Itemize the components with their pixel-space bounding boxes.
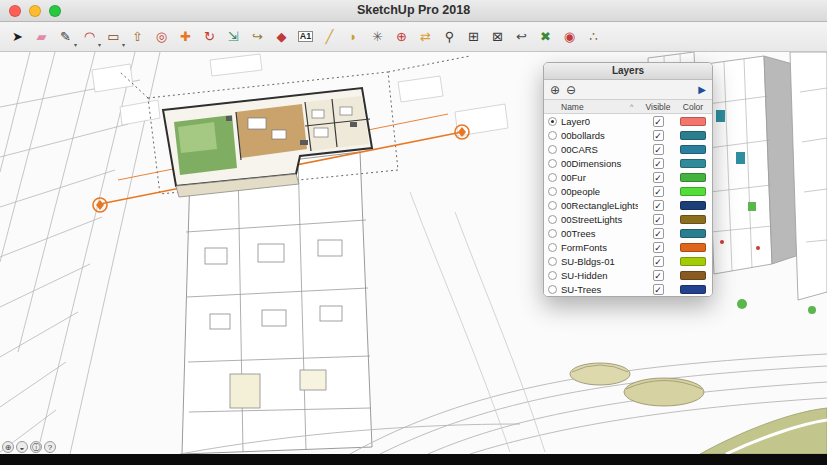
line-tool[interactable]: ✎▾	[54, 25, 77, 49]
layers-panel-titlebar[interactable]: Layers	[544, 63, 712, 80]
visible-checkbox[interactable]: ✓	[653, 200, 664, 211]
look-around-tool[interactable]: ◉	[558, 25, 581, 49]
layer-color-cell	[678, 243, 708, 252]
tape-measure-tool[interactable]: ╱	[318, 25, 341, 49]
move-tool[interactable]: ✚	[174, 25, 197, 49]
eraser-tool[interactable]: ▰	[30, 25, 53, 49]
visible-checkbox[interactable]: ✓	[653, 270, 664, 281]
visible-checkbox[interactable]: ✓	[653, 214, 664, 225]
layer-radio[interactable]	[548, 271, 557, 280]
add-layer-button[interactable]: ⊕	[550, 84, 560, 96]
visible-checkbox[interactable]: ✓	[653, 172, 664, 183]
arc-tool[interactable]: ◠▾	[78, 25, 101, 49]
layer-color-swatch[interactable]	[680, 243, 706, 252]
layer-color-swatch[interactable]	[680, 215, 706, 224]
scale-tool[interactable]: ⇲	[222, 25, 245, 49]
rotate-tool[interactable]: ↻	[198, 25, 221, 49]
zoom-extents-tool[interactable]: ⊠	[486, 25, 509, 49]
layer-radio[interactable]	[548, 145, 557, 154]
layer-radio[interactable]	[548, 201, 557, 210]
layer-row-00StreetLights[interactable]: 00StreetLights✓	[544, 212, 712, 226]
layer-row-Layer0[interactable]: Layer0✓	[544, 114, 712, 128]
line-dropdown-caret-icon[interactable]: ▾	[74, 41, 77, 48]
visible-checkbox[interactable]: ✓	[653, 144, 664, 155]
visible-checkbox[interactable]: ✓	[653, 284, 664, 295]
layer-row-SU-Bldgs-01[interactable]: SU-Bldgs-01✓	[544, 254, 712, 268]
follow-me-tool[interactable]: ↪	[246, 25, 269, 49]
layer-radio[interactable]	[548, 187, 557, 196]
layer-color-swatch[interactable]	[680, 159, 706, 168]
zoom-button[interactable]	[49, 5, 61, 17]
visible-checkbox[interactable]: ✓	[653, 130, 664, 141]
layer-color-swatch[interactable]	[680, 117, 706, 126]
text-tool[interactable]: A1	[294, 25, 317, 49]
geolocation-icon[interactable]: ⊕	[2, 441, 14, 453]
zoom-tool[interactable]: ⚲	[438, 25, 461, 49]
offset-tool[interactable]: ◎	[150, 25, 173, 49]
active-layer-radio[interactable]	[548, 117, 557, 126]
layer-radio[interactable]	[548, 173, 557, 182]
layer-color-swatch[interactable]	[680, 201, 706, 210]
remove-layer-button[interactable]: ⊖	[566, 84, 576, 96]
layer-row-00Fur[interactable]: 00Fur✓	[544, 170, 712, 184]
layer-color-swatch[interactable]	[680, 187, 706, 196]
layer-radio[interactable]	[548, 243, 557, 252]
rectangle-tool[interactable]: ▭▾	[102, 25, 125, 49]
layer-radio[interactable]	[548, 131, 557, 140]
layer-row-00CARS[interactable]: 00CARS✓	[544, 142, 712, 156]
arc-dropdown-caret-icon[interactable]: ▾	[98, 41, 101, 48]
layer-row-SU-Trees[interactable]: SU-Trees✓	[544, 282, 712, 296]
zoom-window-tool[interactable]: ⊞	[462, 25, 485, 49]
layer-color-cell	[678, 159, 708, 168]
layer-radio[interactable]	[548, 257, 557, 266]
visible-checkbox[interactable]: ✓	[653, 116, 664, 127]
text-icon: A1	[298, 31, 314, 42]
close-button[interactable]	[9, 5, 21, 17]
axes-tool[interactable]: ✳	[366, 25, 389, 49]
column-name[interactable]: Name	[561, 102, 630, 112]
protractor-tool[interactable]: ◗	[342, 25, 365, 49]
visible-checkbox[interactable]: ✓	[653, 228, 664, 239]
layer-color-swatch[interactable]	[680, 131, 706, 140]
column-color[interactable]: Color	[678, 102, 708, 112]
previous-tool[interactable]: ↩	[510, 25, 533, 49]
visible-checkbox[interactable]: ✓	[653, 186, 664, 197]
layer-row-00Dimensions[interactable]: 00Dimensions✓	[544, 156, 712, 170]
orbit-tool[interactable]: ⊕	[390, 25, 413, 49]
push-pull-tool[interactable]: ⇧	[126, 25, 149, 49]
column-visible[interactable]: Visible	[638, 102, 678, 112]
minimize-button[interactable]	[29, 5, 41, 17]
layer-radio[interactable]	[548, 215, 557, 224]
layer-color-swatch[interactable]	[680, 285, 706, 294]
layer-row-00people[interactable]: 00people✓	[544, 184, 712, 198]
layer-color-swatch[interactable]	[680, 229, 706, 238]
layer-row-00bollards[interactable]: 00bollards✓	[544, 128, 712, 142]
layer-row-FormFonts[interactable]: FormFonts✓	[544, 240, 712, 254]
position-camera-tool[interactable]: ✖	[534, 25, 557, 49]
rectangle-dropdown-caret-icon[interactable]: ▾	[122, 41, 125, 48]
protractor-icon: ◗	[350, 30, 358, 43]
help-icon[interactable]: ?	[44, 441, 56, 453]
layer-radio[interactable]	[548, 159, 557, 168]
visible-checkbox[interactable]: ✓	[653, 158, 664, 169]
walk-tool[interactable]: ∴	[582, 25, 605, 49]
pan-tool[interactable]: ⇄	[414, 25, 437, 49]
select-tool[interactable]: ➤	[6, 25, 29, 49]
layer-row-00RectangleLights[interactable]: 00RectangleLights✓	[544, 198, 712, 212]
titlebar[interactable]: SketchUp Pro 2018	[0, 0, 827, 22]
visible-checkbox[interactable]: ✓	[653, 242, 664, 253]
visible-checkbox[interactable]: ✓	[653, 256, 664, 267]
info-icon[interactable]: ⓘ	[30, 441, 42, 453]
layer-row-SU-Hidden[interactable]: SU-Hidden✓	[544, 268, 712, 282]
layer-row-00Trees[interactable]: 00Trees✓	[544, 226, 712, 240]
arc-icon: ◠	[84, 30, 95, 43]
layer-color-swatch[interactable]	[680, 257, 706, 266]
layer-color-swatch[interactable]	[680, 271, 706, 280]
layer-radio[interactable]	[548, 229, 557, 238]
layer-color-swatch[interactable]	[680, 173, 706, 182]
layer-details-button[interactable]: ▶	[698, 84, 706, 95]
credits-icon[interactable]: ◒	[16, 441, 28, 453]
layer-color-swatch[interactable]	[680, 145, 706, 154]
layer-radio[interactable]	[548, 285, 557, 294]
paint-bucket-tool[interactable]: ◆	[270, 25, 293, 49]
